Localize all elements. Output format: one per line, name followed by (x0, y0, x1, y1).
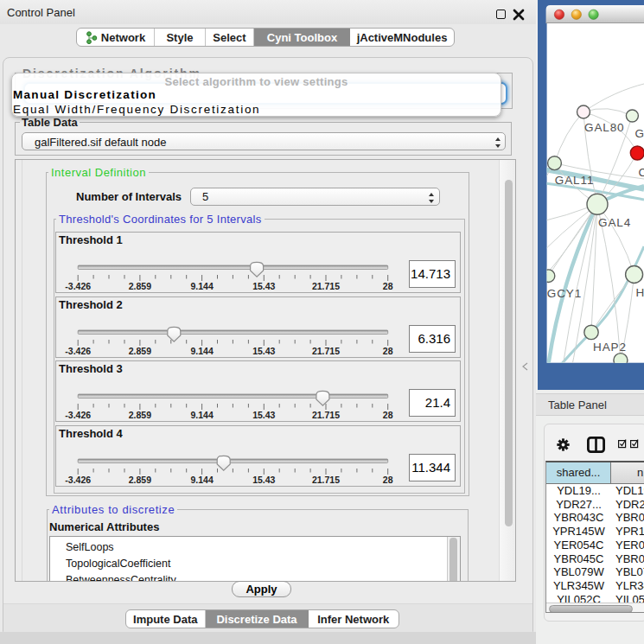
svg-text:GAL4: GAL4 (598, 216, 631, 229)
svg-text:GAL11: GAL11 (555, 174, 595, 187)
svg-text:GAL80: GAL80 (584, 121, 625, 134)
svg-text:C: C (639, 166, 644, 179)
svg-text:GCY1: GCY1 (547, 287, 582, 300)
svg-text:H: H (636, 286, 644, 299)
svg-text:HAP2: HAP2 (593, 341, 627, 354)
svg-text:GA: GA (635, 127, 644, 140)
